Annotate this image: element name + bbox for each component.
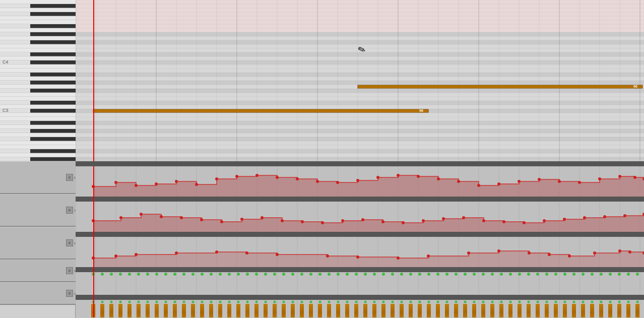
playhead-lanes — [93, 166, 94, 317]
lane-label-program[interactable]: › ≡ — [0, 194, 76, 227]
lane-settings-program[interactable]: ≡ — [66, 207, 73, 214]
lane-label-channel-pressure[interactable]: › ≡ — [0, 161, 76, 194]
lane-settings-note-velocity[interactable]: ≡ — [66, 267, 73, 274]
roll-separator — [76, 161, 644, 166]
piano-keys — [0, 0, 76, 161]
piano-sidebar: › ≡ › ≡ › ≡ › ≡ › ≡ — [0, 0, 76, 318]
piano-roll-grid[interactable]: ✎ — [76, 0, 644, 161]
playhead — [93, 0, 94, 161]
main-container: › ≡ › ≡ › ≡ › ≡ › ≡ — [0, 0, 644, 318]
content-area: ✎ — [76, 0, 644, 318]
lane-settings-channel-pressure[interactable]: ≡ — [66, 174, 73, 181]
lane-label-velocity[interactable]: › ≡ — [0, 282, 76, 305]
control-lanes — [76, 166, 644, 317]
lane-settings-velocity[interactable]: ≡ — [66, 290, 73, 297]
lane-settings-pitch[interactable]: ≡ — [66, 239, 73, 246]
lane-label-note-velocity[interactable]: › ≡ — [0, 260, 76, 282]
lane-label-pitch[interactable]: › ≡ — [0, 227, 76, 260]
lane-labels: › ≡ › ≡ › ≡ › ≡ › ≡ — [0, 161, 76, 318]
